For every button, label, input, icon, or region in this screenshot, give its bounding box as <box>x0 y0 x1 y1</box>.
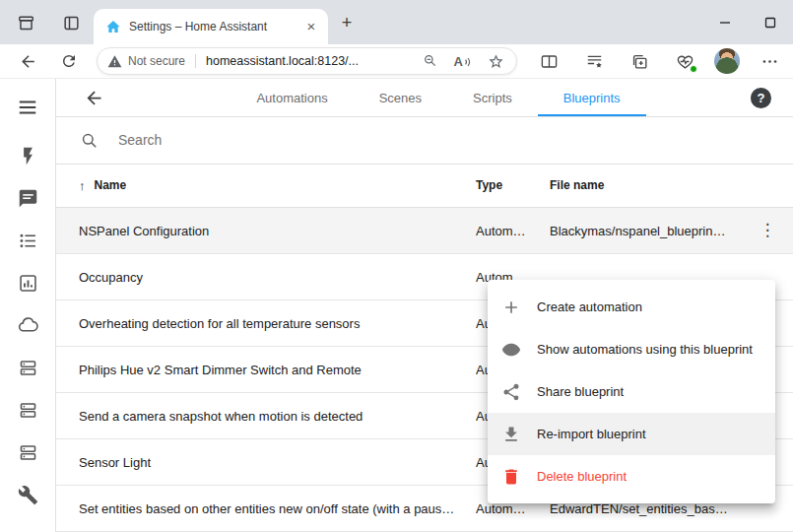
url-text: homeassistant.local:8123/... <box>206 54 359 68</box>
close-tab-icon[interactable]: × <box>302 18 320 35</box>
wrench-icon <box>18 485 38 505</box>
sidebar-item-chat[interactable] <box>8 177 47 220</box>
toolbar-buttons <box>533 47 785 75</box>
row-name: Set entities based on other entities new… <box>79 501 476 516</box>
tab-scripts[interactable]: Scripts <box>447 79 538 116</box>
browser-window: Settings – Home Assistant × + Not secure <box>0 0 793 532</box>
server-icon <box>18 358 38 378</box>
more-menu-icon[interactable] <box>754 47 785 75</box>
blueprint-context-menu: Create automation Show automations using… <box>488 280 775 503</box>
automation-nav-tabs: Automations Scenes Scripts Blueprints <box>84 79 793 116</box>
sidebar-item-cloud[interactable] <box>8 304 47 347</box>
home-assistant-favicon <box>105 19 121 34</box>
page-back-icon[interactable] <box>82 86 105 109</box>
table-row[interactable]: NSPanel Configuration Autom… Blackymas/n… <box>56 208 793 254</box>
row-name: Philips Hue v2 Smart Dimmer Switch and R… <box>79 363 476 377</box>
column-header-file-name[interactable]: File name <box>550 178 756 192</box>
menu-item-label: Re-import blueprint <box>537 427 646 441</box>
new-tab-button[interactable]: + <box>337 13 357 33</box>
server-icon <box>18 400 38 421</box>
chart-icon <box>18 273 38 294</box>
sort-ascending-icon: ↑ <box>79 178 86 193</box>
column-header-type[interactable]: Type <box>476 178 550 192</box>
browser-tab[interactable]: Settings – Home Assistant × <box>94 9 328 44</box>
menu-item-label: Create automation <box>537 299 642 314</box>
cloud-icon <box>18 315 38 336</box>
not-secure-label: Not secure <box>128 54 185 68</box>
list-icon <box>18 231 38 251</box>
lightning-icon <box>18 146 38 166</box>
ha-sidebar <box>0 79 56 532</box>
collections-icon[interactable] <box>624 47 655 75</box>
window-controls <box>702 0 793 44</box>
refresh-icon[interactable] <box>55 47 83 75</box>
sidebar-item-server-2[interactable] <box>8 389 47 432</box>
sidebar-item-energy[interactable] <box>8 135 47 177</box>
minimize-button[interactable] <box>702 0 748 44</box>
menu-item-show-automations[interactable]: Show automations using this blueprint <box>488 328 775 370</box>
sidebar-item-server-3[interactable] <box>8 432 47 474</box>
row-name: Occupancy <box>79 270 476 285</box>
split-screen-icon[interactable] <box>533 47 564 75</box>
browser-navbar: Not secure homeassistant.local:8123/... … <box>0 44 793 79</box>
menu-item-delete-blueprint[interactable]: Delete blueprint <box>488 455 775 498</box>
workspaces-icon[interactable] <box>16 13 35 33</box>
sidebar-item-logbook[interactable] <box>8 220 47 262</box>
search-input[interactable] <box>118 132 793 148</box>
menu-item-label: Show automations using this blueprint <box>537 342 753 357</box>
browser-titlebar: Settings – Home Assistant × + <box>0 0 793 44</box>
menu-hamburger-icon[interactable] <box>8 88 47 127</box>
row-name: Overheating detection for all temperatur… <box>79 316 476 331</box>
menu-item-label: Share blueprint <box>537 384 624 399</box>
sidebar-item-history[interactable] <box>8 262 47 304</box>
favorite-star-icon[interactable] <box>488 53 504 70</box>
trash-icon <box>501 467 521 487</box>
row-file: Blackymas/nspanel_blueprin… <box>550 224 756 238</box>
back-icon[interactable] <box>14 47 41 75</box>
read-aloud-icon[interactable]: A <box>454 54 472 69</box>
share-icon <box>501 382 521 402</box>
tab-automations[interactable]: Automations <box>231 79 353 116</box>
profile-avatar[interactable] <box>714 48 740 74</box>
maximize-button[interactable] <box>748 0 793 44</box>
search-bar <box>56 117 793 165</box>
tab-title: Settings – Home Assistant <box>129 20 295 33</box>
sidebar-item-server-1[interactable] <box>8 347 47 389</box>
row-type: Autom… <box>476 224 550 238</box>
tab-scenes[interactable]: Scenes <box>354 79 447 116</box>
row-overflow-icon[interactable]: ⋮ <box>756 219 779 242</box>
zoom-out-icon[interactable] <box>423 53 438 69</box>
menu-item-reimport-blueprint[interactable]: Re-import blueprint <box>488 413 775 455</box>
chat-icon <box>18 188 38 209</box>
row-name: NSPanel Configuration <box>79 224 476 238</box>
plus-icon <box>501 298 521 317</box>
menu-item-label: Delete blueprint <box>537 469 627 484</box>
menu-item-share-blueprint[interactable]: Share blueprint <box>488 370 775 413</box>
vertical-tabs-icon[interactable] <box>61 13 81 33</box>
server-icon <box>18 442 38 463</box>
search-icon <box>80 131 99 150</box>
row-name: Sensor Light <box>79 455 476 470</box>
tab-blueprints[interactable]: Blueprints <box>538 79 646 116</box>
column-name-label: Name <box>95 178 127 192</box>
not-secure-warning-icon[interactable] <box>107 54 122 69</box>
address-bar[interactable]: Not secure homeassistant.local:8123/... … <box>97 47 517 75</box>
row-name: Send a camera snapshot when motion is de… <box>79 409 476 424</box>
favorites-icon[interactable] <box>578 47 610 75</box>
download-icon <box>501 425 521 444</box>
ha-page-header: Automations Scenes Scripts Blueprints ? <box>56 79 793 117</box>
menu-item-create-automation[interactable]: Create automation <box>488 286 775 328</box>
status-dot <box>690 65 697 73</box>
address-divider <box>195 54 196 68</box>
column-header-name[interactable]: ↑ Name <box>79 178 476 193</box>
help-icon[interactable]: ? <box>751 88 771 108</box>
sidebar-item-tools[interactable] <box>8 474 47 516</box>
eye-icon <box>501 340 521 360</box>
table-header: ↑ Name Type File name <box>56 165 793 208</box>
